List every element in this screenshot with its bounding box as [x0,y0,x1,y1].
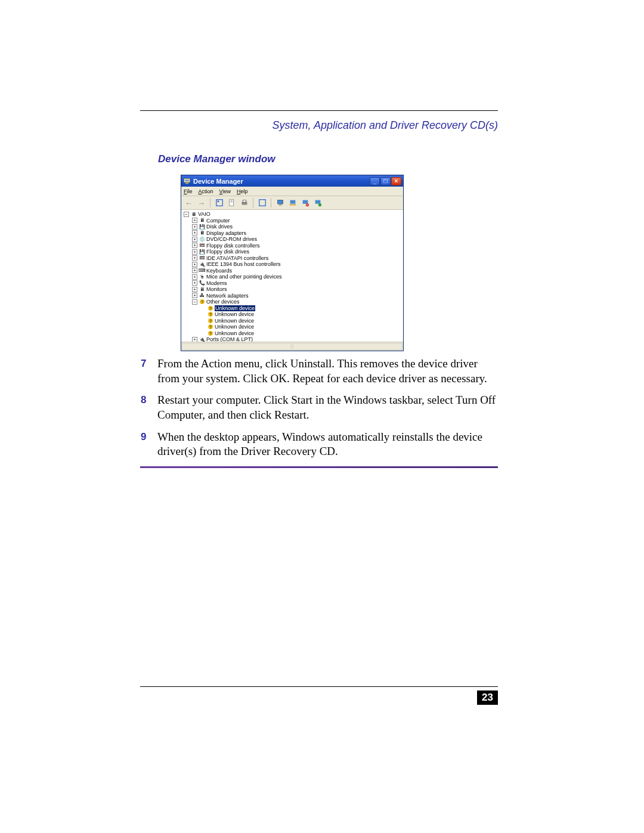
floppy-icon: 📼 [199,243,205,249]
toolbar-icon[interactable] [257,198,267,208]
cat-label: Disk drives [206,224,233,230]
svg-text:?: ? [209,332,212,336]
svg-rect-4 [217,201,219,203]
tree-category[interactable]: +📞Modems [184,280,403,287]
warning-icon: ? [207,311,213,317]
expand-icon[interactable]: + [192,280,197,286]
uninstall-icon[interactable] [300,198,310,208]
scan-icon[interactable] [287,198,298,208]
properties-icon[interactable] [227,198,237,208]
close-button[interactable]: × [391,177,401,185]
cat-label: DVD/CD-ROM drives [206,236,257,242]
tree-category[interactable]: +📼Floppy disk controllers [184,243,403,249]
step-number: 7 [141,357,157,386]
svg-text:?: ? [209,325,212,329]
expand-icon[interactable]: + [192,218,197,223]
cat-label: Monitors [206,286,227,292]
tree-unknown-device[interactable]: ?Unknown device [184,330,403,337]
svg-text:?: ? [201,300,203,304]
expand-icon[interactable]: + [192,224,197,230]
computer-icon[interactable] [275,198,285,208]
running-head: System, Application and Driver Recovery … [140,119,498,132]
warning-icon: ? [207,305,213,311]
device-tree[interactable]: − 🖥 VAIO +🖥Computer +💾Disk drives +🖥Disp… [181,210,403,342]
tree-unknown-device[interactable]: ?Unknown device [184,305,403,312]
cat-label: IEEE 1394 Bus host controllers [206,261,281,267]
warning-icon: ? [199,299,205,305]
cat-label: Computer [206,218,230,224]
tree-category[interactable]: +💿DVD/CD-ROM drives [184,236,403,243]
keyboard-icon: ⌨ [199,268,205,274]
tree-category[interactable]: +🖥Display adapters [184,230,403,237]
nav-forward-button[interactable]: → [196,198,206,208]
instruction-steps: 7 From the Action menu, click Uninstall.… [141,357,499,466]
nav-back-button[interactable]: ← [184,198,194,208]
expand-icon[interactable]: + [192,274,197,280]
step-text: When the desktop appears, Windows automa… [157,430,499,459]
menu-view[interactable]: View [219,188,231,194]
maximize-button[interactable]: □ [380,177,391,185]
expand-icon[interactable]: + [192,249,197,255]
tree-category[interactable]: +🔌IEEE 1394 Bus host controllers [184,261,403,268]
collapse-icon[interactable]: − [192,299,197,305]
tree-unknown-device[interactable]: ?Unknown device [184,311,403,318]
footer-rule [140,686,498,687]
cat-label: Floppy disk drives [206,249,249,255]
bottom-rule [140,466,498,468]
menu-bar: File Action View Help [181,187,403,196]
display-icon: 🖥 [199,230,205,236]
cat-label: IDE ATA/ATAPI controllers [206,255,268,261]
expand-icon[interactable]: + [192,230,197,236]
cat-label: Network adapters [206,293,249,299]
collapse-icon[interactable]: − [184,212,189,217]
step-7: 7 From the Action menu, click Uninstall.… [141,357,499,386]
cat-label: Keyboards [206,268,232,274]
print-icon[interactable] [239,198,249,208]
toolbar-icon[interactable] [214,198,224,208]
root-label: VAIO [198,211,210,217]
tree-unknown-device[interactable]: ?Unknown device [184,318,403,324]
tree-category[interactable]: +🔌Ports (COM & LPT) [184,336,403,342]
expand-icon[interactable]: + [192,255,197,261]
tree-unknown-device[interactable]: ?Unknown device [184,324,403,330]
floppy-icon: 💾 [199,249,205,255]
tree-category[interactable]: +🖧Network adapters [184,293,403,299]
disk-icon: 💾 [199,224,205,230]
tree-category[interactable]: +⌨Keyboards [184,268,403,274]
tree-category[interactable]: +📼IDE ATA/ATAPI controllers [184,255,403,262]
tree-category[interactable]: +🖱Mice and other pointing devices [184,274,403,280]
tree-root[interactable]: − 🖥 VAIO [184,211,403,218]
expand-icon[interactable]: + [192,287,197,292]
tree-category[interactable]: +💾Disk drives [184,224,403,230]
svg-rect-3 [216,200,222,206]
ieee1394-icon: 🔌 [199,261,205,267]
window-title: Device Manager [193,178,243,185]
expand-icon[interactable]: + [192,337,197,342]
expand-icon[interactable]: + [192,243,197,248]
step-text: Restart your computer. Click Start in th… [157,393,499,422]
menu-help[interactable]: Help [237,188,248,194]
svg-text:?: ? [209,312,212,317]
update-icon[interactable] [312,198,323,208]
port-icon: 🔌 [199,336,205,342]
minimize-button[interactable]: _ [370,177,380,185]
warning-icon: ? [207,318,213,324]
menu-action[interactable]: Action [199,188,213,194]
tree-category[interactable]: +🖥Computer [184,218,403,224]
svg-rect-11 [277,200,283,204]
expand-icon[interactable]: + [192,237,197,242]
svg-rect-7 [230,202,233,202]
tree-category[interactable]: +🖥Monitors [184,286,403,293]
status-bar [181,342,403,351]
expand-icon[interactable]: + [192,262,197,267]
expand-icon[interactable]: + [192,268,197,273]
expand-icon[interactable]: + [192,293,197,298]
warning-icon: ? [207,324,213,330]
tree-other-devices[interactable]: −?Other devices [184,299,403,305]
menu-file[interactable]: File [184,188,193,194]
network-icon: 🖧 [199,293,205,299]
window-titlebar[interactable]: Device Manager _ □ × [181,175,403,187]
svg-rect-2 [185,183,188,184]
tree-category[interactable]: +💾Floppy disk drives [184,249,403,255]
svg-rect-6 [230,201,233,202]
